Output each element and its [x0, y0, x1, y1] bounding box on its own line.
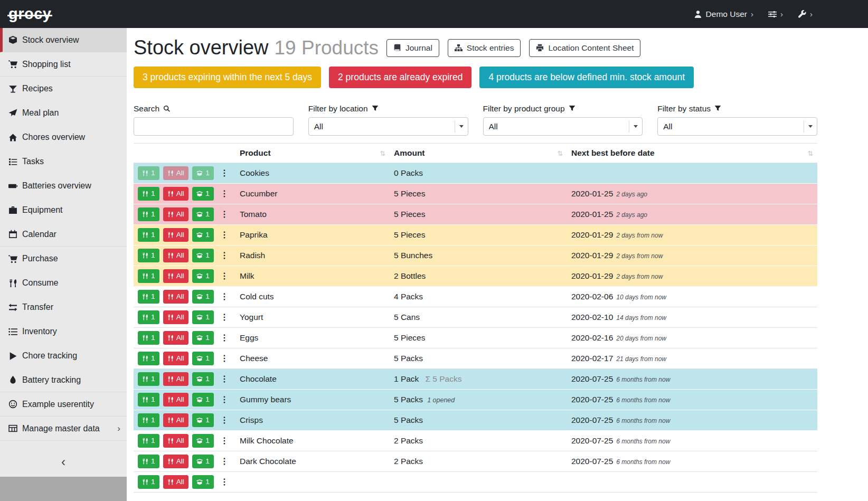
- sidebar-item-equipment[interactable]: Equipment: [0, 198, 127, 222]
- open-one-button[interactable]: 1: [192, 475, 214, 489]
- journal-button[interactable]: Journal: [386, 39, 439, 57]
- consume-one-button[interactable]: 1: [138, 331, 159, 345]
- location-select[interactable]: All: [308, 117, 468, 136]
- consume-all-button[interactable]: All: [163, 269, 188, 283]
- open-one-button[interactable]: 1: [192, 249, 214, 262]
- open-one-button[interactable]: 1: [192, 413, 214, 427]
- consume-all-button[interactable]: All: [163, 475, 188, 489]
- sidebar-item-chores-overview[interactable]: Chores overview: [0, 125, 127, 149]
- open-one-button[interactable]: 1: [192, 166, 214, 180]
- consume-one-button[interactable]: 1: [138, 372, 159, 386]
- search-input[interactable]: [134, 117, 294, 136]
- admin-menu[interactable]: ›: [798, 10, 813, 18]
- sidebar-item-example-userentity[interactable]: Example userentity: [0, 392, 127, 417]
- status-banner[interactable]: 2 products are already expired: [329, 67, 471, 88]
- row-menu-button[interactable]: ⋮: [218, 249, 231, 262]
- open-one-button[interactable]: 1: [192, 269, 214, 283]
- consume-all-button[interactable]: All: [163, 166, 188, 180]
- consume-all-button[interactable]: All: [163, 290, 188, 304]
- sidebar-item-batteries-overview[interactable]: Batteries overview: [0, 174, 127, 198]
- consume-one-button[interactable]: 1: [138, 455, 159, 468]
- consume-one-button[interactable]: 1: [138, 434, 159, 448]
- open-one-button[interactable]: 1: [192, 352, 214, 365]
- sidebar-item-recipes[interactable]: Recipes: [0, 77, 127, 101]
- row-menu-button[interactable]: ⋮: [218, 290, 231, 304]
- consume-all-button[interactable]: All: [163, 434, 188, 448]
- consume-all-button[interactable]: All: [163, 187, 188, 201]
- consume-all-button[interactable]: All: [163, 455, 188, 468]
- row-menu-button[interactable]: ⋮: [218, 475, 231, 489]
- open-one-button[interactable]: 1: [192, 228, 214, 242]
- row-menu-button[interactable]: ⋮: [218, 372, 231, 386]
- consume-all-button[interactable]: All: [163, 249, 188, 262]
- consume-one-button[interactable]: 1: [138, 187, 159, 201]
- row-menu-button[interactable]: ⋮: [218, 269, 231, 283]
- sidebar-item-meal-plan[interactable]: Meal plan: [0, 101, 127, 125]
- product-column-header[interactable]: Product ⇅: [235, 143, 390, 163]
- sidebar-item-tasks[interactable]: Tasks: [0, 149, 127, 174]
- amount-column-header[interactable]: Amount ⇅: [390, 143, 567, 163]
- open-one-button[interactable]: 1: [192, 331, 214, 345]
- consume-one-button[interactable]: 1: [138, 228, 159, 242]
- open-one-button[interactable]: 1: [192, 393, 214, 407]
- open-one-button[interactable]: 1: [192, 434, 214, 448]
- sidebar-item-chore-tracking[interactable]: Chore tracking: [0, 344, 127, 368]
- row-menu-button[interactable]: ⋮: [218, 434, 231, 448]
- status-banner[interactable]: 3 products expiring within the next 5 da…: [134, 67, 321, 88]
- consume-one-button[interactable]: 1: [138, 269, 159, 283]
- consume-all-button[interactable]: All: [163, 207, 188, 221]
- row-menu-button[interactable]: ⋮: [218, 393, 231, 407]
- consume-one-button[interactable]: 1: [138, 290, 159, 304]
- row-menu-button[interactable]: ⋮: [218, 331, 231, 345]
- row-menu-button[interactable]: ⋮: [218, 310, 231, 324]
- sidebar-item-calendar[interactable]: Calendar: [0, 222, 127, 247]
- consume-all-button[interactable]: All: [163, 331, 188, 345]
- consume-all-button[interactable]: All: [163, 393, 188, 407]
- app-logo[interactable]: grocy: [8, 5, 51, 23]
- date-column-header[interactable]: Next best before date ⇅: [567, 143, 817, 163]
- consume-one-button[interactable]: 1: [138, 249, 159, 262]
- consume-one-button[interactable]: 1: [138, 413, 159, 427]
- location-content-sheet-button[interactable]: Location Content Sheet: [529, 39, 640, 57]
- consume-one-button[interactable]: 1: [138, 393, 159, 407]
- consume-one-button[interactable]: 1: [138, 310, 159, 324]
- consume-one-button[interactable]: 1: [138, 207, 159, 221]
- consume-one-button[interactable]: 1: [138, 475, 159, 489]
- sidebar-item-transfer[interactable]: Transfer: [0, 295, 127, 319]
- user-menu[interactable]: Demo User ›: [694, 10, 753, 19]
- stock-entries-button[interactable]: Stock entries: [448, 39, 521, 57]
- open-one-button[interactable]: 1: [192, 310, 214, 324]
- consume-all-button[interactable]: All: [163, 228, 188, 242]
- status-banner[interactable]: 4 products are below defined min. stock …: [479, 67, 694, 88]
- consume-all-button[interactable]: All: [163, 372, 188, 386]
- sidebar-item-consume[interactable]: Consume: [0, 271, 127, 295]
- row-menu-button[interactable]: ⋮: [218, 187, 231, 201]
- sidebar-item-stock-overview[interactable]: Stock overview: [0, 28, 127, 52]
- sidebar-item-shopping-list[interactable]: Shopping list: [0, 52, 127, 77]
- consume-all-button[interactable]: All: [163, 310, 188, 324]
- consume-one-button[interactable]: 1: [138, 352, 159, 365]
- consume-all-button[interactable]: All: [163, 352, 188, 365]
- row-menu-button[interactable]: ⋮: [218, 413, 231, 427]
- open-one-button[interactable]: 1: [192, 372, 214, 386]
- row-menu-button[interactable]: ⋮: [218, 166, 231, 180]
- due-note: 10 days from now: [616, 294, 666, 301]
- sidebar-item-battery-tracking[interactable]: Battery tracking: [0, 368, 127, 392]
- row-menu-button[interactable]: ⋮: [218, 207, 231, 221]
- sidebar-item-inventory[interactable]: Inventory: [0, 319, 127, 344]
- open-one-button[interactable]: 1: [192, 455, 214, 468]
- status-select[interactable]: All: [657, 117, 817, 136]
- open-one-button[interactable]: 1: [192, 290, 214, 304]
- open-one-button[interactable]: 1: [192, 187, 214, 201]
- row-menu-button[interactable]: ⋮: [218, 352, 231, 365]
- open-one-button[interactable]: 1: [192, 207, 214, 221]
- consume-all-button[interactable]: All: [163, 413, 188, 427]
- sidebar-item-purchase[interactable]: Purchase: [0, 247, 127, 271]
- consume-one-button[interactable]: 1: [138, 166, 159, 180]
- product-group-select[interactable]: All: [483, 117, 643, 136]
- sidebar-collapse-button[interactable]: ‹: [0, 447, 127, 477]
- row-menu-button[interactable]: ⋮: [218, 455, 231, 468]
- settings-menu[interactable]: ›: [768, 10, 783, 18]
- sidebar-item-manage-master-data[interactable]: Manage master data ›: [0, 417, 127, 441]
- row-menu-button[interactable]: ⋮: [218, 228, 231, 242]
